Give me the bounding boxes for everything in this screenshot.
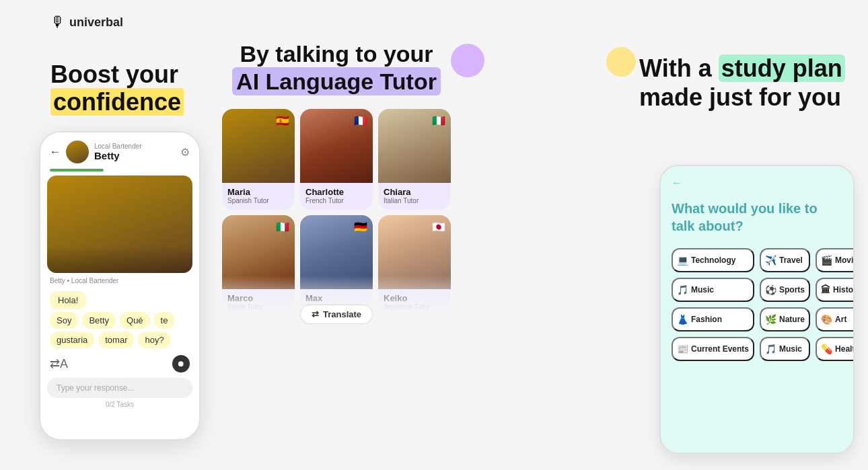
chat-bubbles: Hola! Soy Betty Qué te gustaria tomar ho…: [40, 287, 199, 352]
flag-france: 🇫🇷: [354, 114, 367, 127]
tutor-name-maria: Maria: [227, 187, 289, 197]
progress-bar: [50, 169, 104, 171]
movies-icon: 🎬: [821, 255, 832, 266]
phone3-back-icon[interactable]: ←: [672, 177, 842, 189]
tasks-label: 0/2 Tasks: [40, 401, 199, 408]
section-boost: Boost your confidence: [50, 61, 184, 116]
translate-row: ⇄A ⏺: [40, 352, 199, 375]
record-button[interactable]: ⏺: [172, 355, 190, 373]
settings-icon[interactable]: ⚙: [180, 146, 190, 159]
chat-word-3: Qué: [120, 312, 150, 329]
flag-italy-marco: 🇮🇹: [276, 221, 289, 233]
phone-chat: ← Local Bartender Betty ⚙ Betty • Local …: [39, 131, 201, 440]
tutor-headline: By talking to your AI Language Tutor: [222, 40, 451, 95]
history-icon: 🏛: [821, 284, 830, 295]
topic-current-events[interactable]: 📰 Current Events: [672, 337, 754, 361]
translate-button[interactable]: ⇄ Translate: [300, 305, 373, 324]
boost-headline: Boost your confidence: [50, 61, 184, 116]
topic-art[interactable]: 🎨 Art: [816, 307, 855, 331]
chat-input[interactable]: Type your response...: [47, 378, 192, 398]
music-icon: 🎵: [677, 284, 688, 295]
chat-word-4: te: [154, 312, 175, 329]
topic-grid: 💻 Technology ✈️ Travel 🎬 Movies 🎵 Music …: [672, 248, 842, 361]
topic-movies[interactable]: 🎬 Movies: [816, 248, 855, 272]
deco-purple: [451, 44, 484, 77]
topic-travel[interactable]: ✈️ Travel: [760, 248, 810, 272]
current-events-icon: 📰: [677, 344, 688, 354]
phone-topics: ← What would you like to talk about? 💻 T…: [659, 165, 855, 454]
tutor-card-charlotte[interactable]: 🇫🇷 Charlotte French Tutor: [300, 109, 373, 210]
person-label: Betty • Local Bartender: [50, 277, 190, 284]
tutor-role-maria: Spanish Tutor: [227, 197, 289, 204]
translate-icon[interactable]: ⇄A: [50, 356, 68, 371]
tutor-role-chiara: Italian Tutor: [384, 197, 445, 204]
tutor-grid-top: 🇪🇸 Maria Spanish Tutor 🇫🇷 Charlotte Fren…: [222, 109, 451, 210]
sports-icon: ⚽: [765, 284, 776, 295]
translate-overlay: ⇄ Translate: [222, 276, 451, 329]
tutor-info-charlotte: Charlotte French Tutor: [300, 183, 373, 210]
topic-music-2[interactable]: 🎵 Music: [760, 337, 810, 361]
topic-fashion[interactable]: 👗 Fashion: [672, 307, 754, 331]
tutor-name-chiara: Chiara: [384, 187, 445, 197]
study-plan-headline: With a study plan made just for you: [639, 54, 855, 112]
avatar: [66, 141, 89, 163]
chat-inline-row: Soy Betty Qué te: [50, 312, 190, 329]
chat-bubble-1: Hola!: [50, 291, 86, 309]
fashion-icon: 👗: [677, 314, 688, 325]
tutor-info-chiara: Chiara Italian Tutor: [378, 183, 451, 210]
back-icon[interactable]: ←: [50, 146, 61, 158]
logo-icon: 🎙: [50, 13, 65, 31]
study-plan-highlight: study plan: [719, 54, 845, 82]
tutor-role-charlotte: French Tutor: [305, 197, 367, 204]
art-icon: 🎨: [821, 314, 832, 325]
chat-word-2: Betty: [82, 312, 116, 329]
topic-sports[interactable]: ⚽ Sports: [760, 278, 810, 302]
chat-image: [47, 175, 192, 273]
topic-question: What would you like to talk about?: [672, 200, 842, 235]
chat-word-7: hoy?: [138, 331, 170, 348]
topic-music[interactable]: 🎵 Music: [672, 278, 754, 302]
contact-role: Local Bartender: [94, 143, 175, 150]
topic-technology[interactable]: 💻 Technology: [672, 248, 754, 272]
section-study-plan: With a study plan made just for you: [639, 54, 855, 125]
translate-btn-label: Translate: [323, 309, 361, 319]
section-tutor: By talking to your AI Language Tutor 🇪🇸 …: [222, 40, 451, 316]
flag-italy-chiara: 🇮🇹: [432, 114, 445, 127]
logo-text: univerbal: [69, 15, 123, 30]
flag-spain: 🇪🇸: [276, 114, 289, 127]
tutor-card-maria[interactable]: 🇪🇸 Maria Spanish Tutor: [222, 109, 295, 210]
chat-word-1: Soy: [50, 312, 78, 329]
technology-icon: 💻: [677, 255, 688, 266]
phone-study-wrapper: Level 2 Newbie 5 Interests 6 Skills ∧ In…: [461, 54, 629, 463]
topic-health[interactable]: 💊 Health: [816, 337, 855, 361]
topic-nature[interactable]: 🌿 Nature: [760, 307, 810, 331]
travel-icon: ✈️: [765, 255, 776, 266]
header: 🎙 univerbal: [50, 13, 123, 31]
contact-name: Betty: [94, 150, 175, 161]
tutor-info-maria: Maria Spanish Tutor: [222, 183, 295, 210]
phone-chat-header: ← Local Bartender Betty ⚙: [40, 132, 199, 169]
confidence-highlight: confidence: [50, 88, 184, 116]
contact-info: Local Bartender Betty: [94, 143, 175, 161]
tutor-card-chiara[interactable]: 🇮🇹 Chiara Italian Tutor: [378, 109, 451, 210]
chat-word-6: tomar: [98, 331, 134, 348]
topic-history[interactable]: 🏛 History: [816, 278, 855, 302]
chat-inline-row-2: gustaria tomar hoy?: [50, 331, 190, 348]
nature-icon: 🌿: [765, 314, 776, 325]
flag-japan: 🇯🇵: [432, 221, 445, 233]
ai-language-tutor-highlight: AI Language Tutor: [232, 67, 441, 95]
deco-yellow: [606, 47, 636, 77]
tutor-grid-bottom: 🇮🇹 Marco Italian Tutor 🇩🇪 Max German Tut…: [222, 215, 451, 316]
health-icon: 💊: [821, 344, 832, 354]
music-2-icon: 🎵: [765, 344, 776, 354]
flag-germany: 🇩🇪: [354, 221, 367, 233]
translate-btn-icon: ⇄: [312, 309, 319, 319]
chat-word-5: gustaria: [50, 331, 94, 348]
tutor-name-charlotte: Charlotte: [305, 187, 367, 197]
